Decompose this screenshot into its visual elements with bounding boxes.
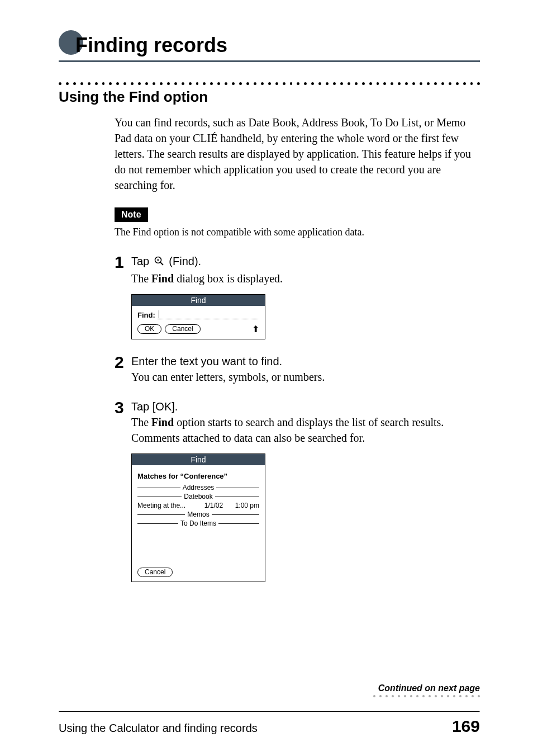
continued-text: Continued on next page <box>373 683 480 693</box>
find-field-label: Find: <box>137 311 155 319</box>
find-text-input[interactable] <box>158 310 259 319</box>
dialog-title: Find <box>132 454 265 465</box>
find-magnifier-icon <box>154 256 165 270</box>
step-1-title-post: (Find). <box>166 255 201 267</box>
step-3: 3 Tap [OK]. The Find option starts to se… <box>115 400 480 582</box>
horizontal-rule <box>59 60 480 62</box>
section-title: Using the Find option <box>59 88 480 106</box>
continued-dots-decoration <box>373 695 480 697</box>
find-dialog-results: Find Matches for “Conference” Addresses … <box>131 453 265 582</box>
matches-for-label: Matches for “Conference” <box>137 472 259 480</box>
intro-paragraph: You can find records, such as Date Book,… <box>115 115 480 193</box>
page-footer: Using the Calculator and finding records… <box>59 717 480 736</box>
dotted-separator <box>59 82 480 85</box>
step-1: 1 Tap (Find). The Find dialog box is dis… <box>115 255 480 339</box>
page-number: 169 <box>452 717 480 736</box>
group-datebook: Datebook <box>137 493 259 500</box>
step-number: 2 <box>115 354 131 385</box>
svg-line-1 <box>160 262 163 265</box>
result-text: Meeting at the... <box>137 502 187 509</box>
step-2: 2 Enter the text you want to find. You c… <box>115 355 480 385</box>
step-1-title-pre: Tap <box>131 255 153 267</box>
group-memos: Memos <box>137 511 259 518</box>
step-1-title: Tap (Find). <box>131 255 480 270</box>
step-3-title: Tap [OK]. <box>131 400 480 413</box>
result-row[interactable]: Meeting at the... 1/1/02 1:00 pm <box>137 502 259 509</box>
step-number: 3 <box>115 399 131 582</box>
arrow-up-icon: ⬆ <box>252 324 259 334</box>
footer-text: Using the Calculator and finding records <box>59 722 258 735</box>
note-badge: Note <box>115 207 148 222</box>
continued-next-page: Continued on next page <box>373 683 480 697</box>
group-addresses: Addresses <box>137 484 259 492</box>
group-todo: To Do Items <box>137 519 259 527</box>
chapter-heading: Finding records <box>59 34 480 57</box>
footer-rule <box>59 711 480 712</box>
find-dialog-small: Find Find: OK Cancel ⬆ <box>131 294 265 339</box>
chapter-title: Finding records <box>75 34 227 57</box>
dialog-title: Find <box>132 295 265 306</box>
step-number: 1 <box>115 254 131 339</box>
step-2-title: Enter the text you want to find. <box>131 355 480 368</box>
step-2-desc: You can enter letters, symbols, or numbe… <box>131 369 480 385</box>
result-time: 1:00 pm <box>227 502 259 509</box>
cancel-button[interactable]: Cancel <box>137 568 173 577</box>
result-date: 1/1/02 <box>191 502 223 509</box>
note-text: The Find option is not compatible with s… <box>115 226 480 238</box>
step-1-desc: The Find dialog box is displayed. <box>131 271 480 286</box>
ok-button[interactable]: OK <box>137 324 161 334</box>
cancel-button[interactable]: Cancel <box>165 324 200 334</box>
step-3-desc: The Find option starts to search and dis… <box>131 414 480 446</box>
